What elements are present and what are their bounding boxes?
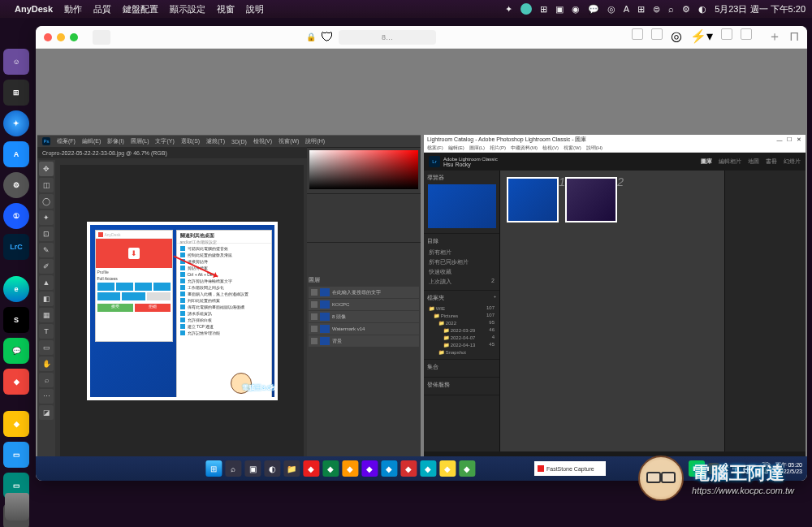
dock-app-icon[interactable]: ▭: [3, 442, 29, 468]
folders-header[interactable]: 檔案夾: [427, 294, 444, 302]
toolbar-icon[interactable]: [651, 28, 663, 40]
layer-row[interactable]: 8 頭像: [309, 311, 419, 322]
shape-tool-icon[interactable]: ▭: [39, 340, 54, 355]
layer-row[interactable]: 背景: [309, 335, 419, 347]
brush-tool-icon[interactable]: ✐: [39, 259, 54, 274]
dock-app-icon[interactable]: ◆: [3, 411, 29, 437]
ps-menu[interactable]: 視窗(W): [279, 137, 299, 145]
control-center-icon[interactable]: ⚙: [682, 4, 690, 15]
status-icon[interactable]: ◎: [607, 4, 615, 15]
ps-menu[interactable]: 選取(S): [181, 137, 200, 145]
taskbar-app-icon[interactable]: ◆: [322, 460, 339, 477]
dock-finder-icon[interactable]: ☺: [3, 49, 29, 75]
menu-keyboard[interactable]: 鍵盤配置: [123, 3, 158, 15]
datetime[interactable]: 5月23日 週一 下午5:20: [715, 3, 806, 15]
status-icon[interactable]: ⊞: [540, 4, 547, 15]
color-panel[interactable]: [307, 147, 421, 193]
photoshop-window[interactable]: Ps 檔案(F) 編輯(E) 影像(I) 圖層(L) 文字(Y) 選取(S) 濾…: [37, 135, 421, 472]
toolbar-icon[interactable]: [721, 28, 732, 40]
toolbar-icon[interactable]: [632, 28, 643, 40]
photoshop-canvas[interactable]: AnyDesk ⬇ Profile Full Access 接受 拒絕: [60, 165, 304, 457]
close-button[interactable]: ✕: [796, 136, 802, 143]
status-icon[interactable]: ⊞: [637, 4, 645, 15]
publish-header[interactable]: 發佈服務: [427, 381, 450, 389]
task-view-icon[interactable]: ▣: [244, 460, 261, 477]
taskbar-app-icon[interactable]: ◆: [342, 460, 358, 477]
tabs-button[interactable]: ⊓: [789, 28, 799, 45]
lr-menu[interactable]: 說明(H): [586, 145, 603, 152]
dock-app-icon[interactable]: S: [3, 307, 29, 333]
folder-row[interactable]: 📁 Pictures107: [427, 312, 496, 319]
layer-row[interactable]: KOCPC: [309, 299, 419, 310]
dock-settings-icon[interactable]: ⚙: [3, 172, 29, 198]
dock-launchpad-icon[interactable]: ⊞: [3, 80, 29, 106]
menu-display[interactable]: 顯示設定: [170, 3, 205, 15]
dock-safari-icon[interactable]: ✦: [3, 110, 29, 136]
catalog-item[interactable]: 所有相片: [427, 248, 496, 257]
app-name[interactable]: AnyDesk: [15, 4, 53, 14]
folder-row[interactable]: 📁 2022-04-074: [427, 334, 496, 341]
move-tool-icon[interactable]: ✥: [39, 162, 54, 176]
hand-tool-icon[interactable]: ✋: [39, 356, 54, 371]
status-icon[interactable]: ▣: [555, 4, 564, 15]
ps-menu[interactable]: 濾鏡(T): [206, 137, 225, 145]
status-icon[interactable]: ◉: [572, 4, 580, 15]
menu-help[interactable]: 說明: [246, 3, 264, 15]
new-tab-button[interactable]: ＋: [768, 28, 781, 45]
zoom-tool-icon[interactable]: ⌕: [39, 373, 54, 387]
minimize-button[interactable]: —: [776, 136, 783, 143]
folder-row[interactable]: 📁 WIE107: [427, 305, 496, 312]
eyedropper-tool-icon[interactable]: ✎: [39, 243, 54, 257]
eraser-tool-icon[interactable]: ◧: [39, 292, 54, 306]
taskbar-app-icon[interactable]: ◆: [420, 460, 436, 477]
ps-menu[interactable]: 文字(Y): [155, 137, 174, 145]
ps-menu[interactable]: 影像(I): [107, 137, 124, 145]
ps-menu[interactable]: 3D(D): [231, 139, 247, 145]
collections-header[interactable]: 集合: [427, 363, 438, 371]
grid-thumbnail[interactable]: 2: [565, 177, 617, 222]
minimize-button[interactable]: [57, 33, 65, 41]
tab-book[interactable]: 書冊: [766, 158, 777, 166]
faststone-toolbar[interactable]: FastStone Capture: [534, 461, 606, 476]
lr-menu[interactable]: 視窗(W): [564, 145, 581, 152]
tab-map[interactable]: 地圖: [748, 158, 759, 166]
lr-menu[interactable]: 中繼資料(M): [511, 145, 538, 152]
layer-row[interactable]: 在此輸入要搜尋的文字: [309, 287, 419, 298]
folder-row[interactable]: 📁 2022-03-2946: [427, 326, 496, 334]
status-icon[interactable]: A: [624, 4, 629, 14]
gradient-tool-icon[interactable]: ▦: [39, 308, 54, 322]
catalog-item[interactable]: 快速收藏: [427, 267, 496, 277]
zoom-button[interactable]: [70, 33, 78, 41]
search-icon[interactable]: ⌕: [668, 4, 674, 14]
toolbar-icon[interactable]: [741, 28, 752, 40]
catalog-header[interactable]: 目錄: [427, 237, 438, 245]
widgets-icon[interactable]: ◐: [264, 460, 280, 477]
dock-1password-icon[interactable]: ①: [3, 203, 29, 229]
ps-menu[interactable]: 圖層(L): [131, 137, 149, 145]
explorer-icon[interactable]: 📁: [283, 460, 300, 477]
search-icon[interactable]: ⌕: [225, 460, 241, 477]
stamp-tool-icon[interactable]: ▲: [39, 275, 54, 290]
tab-library[interactable]: 圖庫: [701, 158, 712, 166]
adjustments-panel[interactable]: [307, 242, 421, 274]
lr-menu[interactable]: 圖庫(L): [469, 145, 485, 152]
folder-row[interactable]: 📁 Snapshot: [427, 348, 496, 356]
lasso-tool-icon[interactable]: ◯: [39, 194, 54, 209]
taskbar-app-icon[interactable]: ◆: [361, 460, 378, 477]
ps-menu[interactable]: 檢視(V): [253, 137, 272, 145]
marquee-tool-icon[interactable]: ◫: [39, 178, 54, 192]
folder-row[interactable]: 📁 202295: [427, 319, 496, 326]
layers-panel[interactable]: 圖層 在此輸入要搜尋的文字KOCPC8 頭像Watermark v14背景: [307, 274, 421, 459]
menu-window[interactable]: 視窗: [217, 3, 235, 15]
catalog-item[interactable]: 所有已同步相片: [427, 257, 496, 267]
wand-tool-icon[interactable]: ✦: [39, 210, 54, 225]
menu-quality[interactable]: 品質: [93, 3, 111, 15]
taskbar-app-icon[interactable]: ◆: [381, 460, 397, 477]
lr-menu[interactable]: 相片(P): [490, 145, 506, 152]
ps-menu[interactable]: 編輯(E): [82, 137, 101, 145]
navigator-header[interactable]: 導覽器: [427, 174, 444, 182]
trash-icon[interactable]: [5, 493, 29, 521]
dock-line-icon[interactable]: 💬: [3, 338, 29, 364]
taskbar-app-icon[interactable]: ◆: [459, 460, 475, 477]
color-picker[interactable]: [309, 150, 418, 189]
